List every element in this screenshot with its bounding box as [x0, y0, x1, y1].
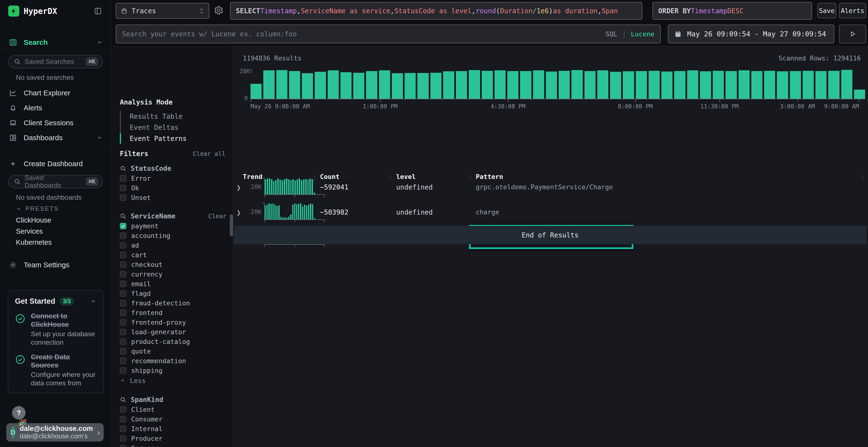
chevron-up-icon[interactable] — [90, 298, 96, 304]
row-expander-icon[interactable]: ❯ — [237, 183, 241, 192]
histogram-bar — [417, 73, 429, 99]
preset-services[interactable]: Services — [16, 227, 43, 235]
language-toggle-lucene[interactable]: Lucene — [631, 30, 654, 38]
sidebar-item-team-settings[interactable]: Team Settings — [0, 258, 111, 272]
histogram-bars[interactable] — [250, 70, 865, 99]
checkbox[interactable] — [120, 223, 126, 229]
spark-bar — [286, 178, 287, 194]
filter-option-error[interactable]: Error — [120, 173, 226, 183]
filter-option-email[interactable]: email — [120, 279, 226, 288]
presets-toggle[interactable]: PRESETS — [16, 205, 59, 212]
analysis-mode-event-deltas[interactable]: Event Deltas — [121, 122, 187, 133]
create-dashboard-button[interactable]: Create Dashboard — [0, 157, 111, 171]
sidebar-item-chart-explorer[interactable]: Chart Explorer — [0, 86, 111, 100]
results-histogram[interactable]: 28K 0 May 26 9:00:00 AM1:00:00 PM4:30:00… — [250, 70, 865, 99]
filter-option-internal[interactable]: Internal — [120, 424, 226, 434]
date-range-picker[interactable]: May 26 09:09:54 - May 27 09:09:54 — [668, 25, 834, 43]
checkbox[interactable] — [120, 445, 126, 447]
event-search-input[interactable]: Search your events w/ Lucene ex. column:… — [116, 25, 661, 43]
checkbox[interactable] — [120, 232, 126, 239]
save-button[interactable]: Save — [817, 3, 836, 18]
panel-scrollbar-thumb[interactable] — [230, 214, 233, 237]
preset-kubernetes[interactable]: Kubernetes — [16, 238, 52, 246]
filter-option-product-catalog[interactable]: product-catalog — [120, 337, 226, 346]
checkbox[interactable] — [120, 281, 126, 287]
filter-option-frontend-proxy[interactable]: frontend-proxy — [120, 317, 226, 327]
show-less-toggle[interactable]: Less — [120, 375, 226, 386]
clear-all-filters-link[interactable]: Clear all — [193, 150, 225, 157]
sidebar-item-alerts[interactable]: Alerts — [0, 101, 111, 115]
filter-option-shipping[interactable]: shipping — [120, 366, 226, 375]
sidebar-item-search[interactable]: Search — [0, 36, 111, 49]
pattern-row[interactable]: ❯28K~503982undefinedcharge — [234, 202, 868, 227]
analysis-mode-results-table[interactable]: Results Table — [121, 111, 187, 122]
checkbox[interactable] — [120, 358, 126, 364]
checkbox[interactable] — [120, 185, 126, 191]
sidebar-item-client-sessions[interactable]: Client Sessions — [0, 116, 111, 130]
filter-option-fraud-detection[interactable]: fraud-detection — [120, 298, 226, 308]
checkbox[interactable] — [120, 416, 126, 422]
filter-option-unset[interactable]: Unset — [120, 193, 226, 202]
checkbox[interactable] — [120, 175, 126, 182]
filter-option-load-generator[interactable]: load-generator — [120, 327, 226, 337]
checkbox[interactable] — [120, 271, 126, 277]
filter-group-header[interactable]: SpanKind — [120, 394, 226, 405]
saved-dashboards-input[interactable]: Saved Dashboards ⌘K — [8, 175, 103, 188]
checkbox[interactable] — [120, 348, 126, 354]
checkbox[interactable] — [120, 435, 126, 442]
source-select[interactable]: Traces — [116, 3, 209, 19]
get-started-header[interactable]: Get Started 3/3 — [15, 297, 96, 306]
get-started-step[interactable]: Connect to ClickHouse Set up your databa… — [15, 312, 96, 347]
filter-option-payment[interactable]: payment — [120, 221, 226, 231]
pattern-row[interactable]: ❯28K~592041undefinedgrpc.oteldemo.Paymen… — [234, 177, 868, 202]
filter-group-header[interactable]: ServiceNameClear — [120, 211, 226, 221]
filter-group-header[interactable]: StatusCode — [120, 163, 226, 173]
filter-option-ad[interactable]: ad — [120, 240, 226, 250]
sql-select-editor[interactable]: SELECT Timestamp, ServiceName as service… — [230, 2, 642, 20]
filter-option-checkout[interactable]: checkout — [120, 260, 226, 269]
checkbox[interactable] — [120, 252, 126, 258]
filter-option-recommendation[interactable]: recommendation — [120, 356, 226, 366]
checkbox[interactable] — [120, 242, 126, 248]
preset-clickhouse[interactable]: ClickHouse — [16, 216, 51, 224]
sql-token: ServiceName as service — [301, 7, 390, 15]
filter-option-consumer[interactable]: Consumer — [120, 414, 226, 424]
checkbox[interactable] — [120, 194, 126, 201]
filter-option-flagd[interactable]: flagd — [120, 288, 226, 298]
row-expander-icon[interactable]: ❯ — [237, 208, 241, 217]
filter-option-producer[interactable]: Producer — [120, 434, 226, 443]
analysis-mode-event-patterns[interactable]: Event Patterns — [121, 133, 187, 144]
checkbox[interactable] — [120, 338, 126, 345]
checkbox[interactable] — [120, 367, 126, 374]
filter-option-quote[interactable]: quote — [120, 346, 226, 356]
user-profile-bar[interactable]: D dale@clickhouse.com dale@clickhouse.co… — [6, 423, 104, 442]
checkbox[interactable] — [120, 329, 126, 335]
filter-option-cart[interactable]: cart — [120, 250, 226, 260]
checkbox[interactable] — [120, 290, 126, 297]
checkbox[interactable] — [120, 425, 126, 432]
language-toggle-sql[interactable]: SQL — [606, 30, 617, 38]
checkbox[interactable] — [120, 309, 126, 316]
saved-searches-input[interactable]: Saved Searches ⌘K — [8, 55, 103, 68]
alerts-button[interactable]: Alerts — [839, 3, 866, 18]
run-query-button[interactable] — [839, 25, 866, 43]
filter-option-accounting[interactable]: accounting — [120, 231, 226, 240]
checkbox[interactable] — [120, 261, 126, 268]
clear-group-link[interactable]: Clear — [208, 213, 226, 220]
sidebar-item-dashboards[interactable]: Dashboards — [0, 131, 111, 144]
checkbox[interactable] — [120, 300, 126, 306]
filter-option-server[interactable]: Server — [120, 443, 226, 447]
sidebar-collapse-icon[interactable] — [94, 7, 102, 15]
checkbox[interactable] — [120, 406, 126, 413]
filter-option-ok[interactable]: Ok — [120, 183, 226, 193]
chevron-up-icon[interactable] — [96, 135, 103, 141]
checkbox[interactable] — [120, 319, 126, 325]
chevron-up-icon[interactable] — [96, 39, 103, 45]
order-by-editor[interactable]: ORDER BY Timestamp DESC — [652, 2, 812, 20]
source-settings-gear-icon[interactable] — [214, 5, 224, 15]
filter-option-frontend[interactable]: frontend — [120, 308, 226, 317]
filter-option-client[interactable]: Client — [120, 405, 226, 414]
filter-option-currency[interactable]: currency — [120, 269, 226, 279]
help-button[interactable]: ? — [12, 406, 26, 419]
get-started-step[interactable]: Create Data Sources Configure where your… — [15, 353, 96, 387]
